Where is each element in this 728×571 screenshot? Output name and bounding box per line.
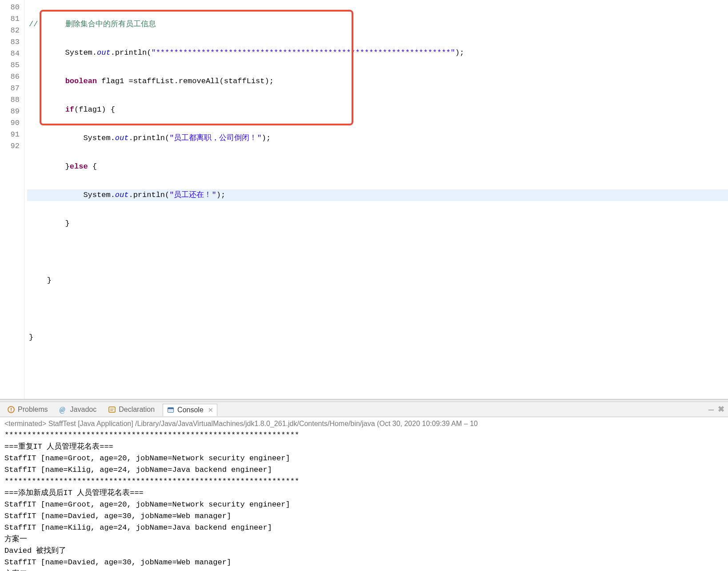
close-view-icon[interactable]: ✖ [718, 404, 724, 414]
line-number: 92 [4, 141, 20, 152]
svg-rect-4 [110, 409, 114, 410]
svg-rect-1 [11, 408, 12, 410]
code-line-current[interactable]: System.out.println("员工还在！"); [27, 189, 728, 201]
code-line[interactable]: System.out.println("********************… [27, 47, 728, 59]
svg-rect-3 [109, 407, 115, 412]
tab-label: Console [177, 406, 204, 414]
line-number: 88 [4, 94, 20, 106]
line-number: 83 [4, 36, 20, 48]
line-number: 86 [4, 71, 20, 83]
line-number: 85 [4, 60, 20, 71]
tab-label: Javadoc [70, 406, 97, 414]
code-line[interactable]: if(flag1) { [27, 104, 728, 116]
line-number: 84 [4, 48, 20, 60]
tab-javadoc[interactable]: @ Javadoc [56, 404, 100, 415]
svg-rect-8 [168, 408, 173, 409]
code-line[interactable]: // 删除集合中的所有员工信息 [27, 19, 728, 30]
svg-rect-9 [708, 410, 714, 410]
console-output[interactable]: ****************************************… [0, 429, 728, 571]
svg-rect-5 [110, 410, 113, 411]
code-line[interactable]: }else { [27, 161, 728, 173]
code-editor-pane[interactable]: 80 81 82 83 84 85 86 87 88 89 90 91 92 /… [0, 0, 728, 399]
tab-label: Problems [18, 406, 48, 414]
line-number: 81 [4, 13, 20, 25]
tab-label: Declaration [119, 406, 155, 414]
minimize-view-icon[interactable] [707, 404, 715, 414]
problems-icon [7, 406, 15, 414]
code-line[interactable]: } [27, 332, 728, 343]
line-number-gutter: 80 81 82 83 84 85 86 87 88 89 90 91 92 [0, 0, 24, 399]
line-number: 91 [4, 129, 20, 141]
console-icon [167, 406, 175, 414]
code-text[interactable]: // 删除集合中的所有员工信息 System.out.println("****… [24, 0, 728, 399]
code-line[interactable] [27, 360, 728, 372]
line-number: 89 [4, 106, 20, 117]
tab-console[interactable]: Console ✕ [163, 404, 217, 416]
javadoc-icon: @ [60, 406, 68, 414]
line-number: 87 [4, 83, 20, 94]
line-number: 80 [4, 2, 20, 13]
tab-problems[interactable]: Problems [4, 404, 52, 415]
code-line[interactable]: } [27, 218, 728, 229]
tab-close-icon[interactable]: ✕ [208, 406, 213, 414]
code-line[interactable] [27, 246, 728, 258]
code-line[interactable]: System.out.println("员工都离职，公司倒闭！"); [27, 133, 728, 144]
console-header: <terminated> StaffTest [Java Application… [0, 417, 728, 429]
bottom-tabbar: Problems @ Javadoc Declaration Console ✕… [0, 402, 728, 417]
declaration-icon [108, 406, 116, 414]
line-number: 90 [4, 117, 20, 129]
svg-rect-2 [11, 410, 12, 411]
code-line[interactable] [27, 303, 728, 315]
code-line[interactable]: boolean flag1 =staffList.removeAll(staff… [27, 76, 728, 87]
code-line[interactable]: } [27, 275, 728, 286]
ide-window: 80 81 82 83 84 85 86 87 88 89 90 91 92 /… [0, 0, 728, 571]
tab-declaration[interactable]: Declaration [104, 404, 158, 415]
line-number: 82 [4, 25, 20, 36]
